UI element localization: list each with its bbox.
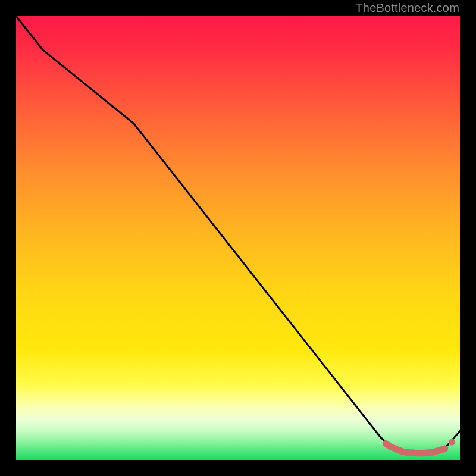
highlight-dot (392, 446, 399, 452)
highlight-dot (403, 449, 410, 456)
chart-svg (16, 16, 460, 460)
bottleneck-curve (16, 16, 460, 454)
highlight-dot (432, 448, 439, 455)
highlight-dot (449, 439, 455, 446)
highlight-dot (418, 450, 425, 456)
highlight-dot (441, 446, 448, 452)
watermark-text: TheBottleneck.com (355, 1, 459, 15)
plot-area (16, 16, 460, 460)
chart-stage: TheBottleneck.com (0, 0, 476, 476)
